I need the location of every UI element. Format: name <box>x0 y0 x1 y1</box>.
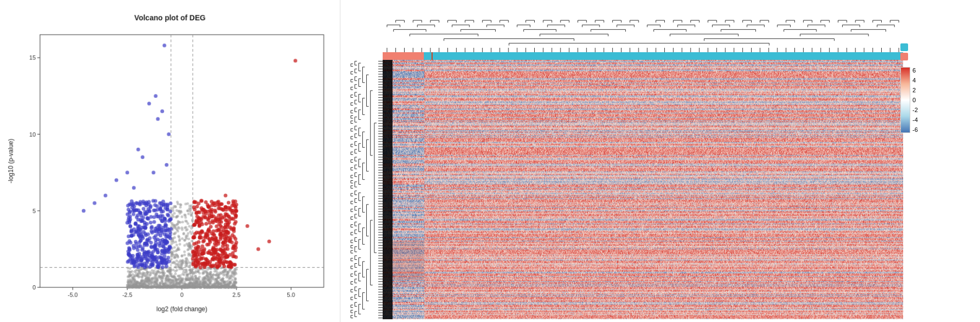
heatmap-panel: 6 4 2 0 -2 -4 -6 <box>340 0 980 322</box>
volcano-plot <box>5 5 334 317</box>
gradient-labels: 6 4 2 0 -2 -4 -6 <box>912 67 918 133</box>
group-colorbar <box>383 52 903 60</box>
heatmap-main <box>383 60 903 319</box>
gradient-label-4: 4 <box>912 77 918 84</box>
legend-control <box>900 53 972 60</box>
gradient-label-6: 6 <box>912 67 918 74</box>
heatmap-legend: 6 4 2 0 -2 -4 -6 <box>900 41 972 133</box>
gradient-label-n6: -6 <box>912 126 918 133</box>
legend-hcc-color <box>900 43 908 51</box>
legend-control-color <box>900 53 908 60</box>
gradient-label-0: 0 <box>912 97 918 103</box>
volcano-panel <box>0 0 340 322</box>
gradient-label-2: 2 <box>912 87 918 93</box>
dendrogram-top <box>383 18 903 52</box>
gradient-bar <box>900 67 910 133</box>
gradient-section: 6 4 2 0 -2 -4 -6 <box>900 67 972 133</box>
gradient-label-n4: -4 <box>912 116 918 123</box>
dendrogram-left <box>349 60 383 319</box>
legend-hcc <box>900 43 972 51</box>
gradient-label-n2: -2 <box>912 107 918 113</box>
heatmap-container: 6 4 2 0 -2 -4 -6 <box>343 3 977 319</box>
